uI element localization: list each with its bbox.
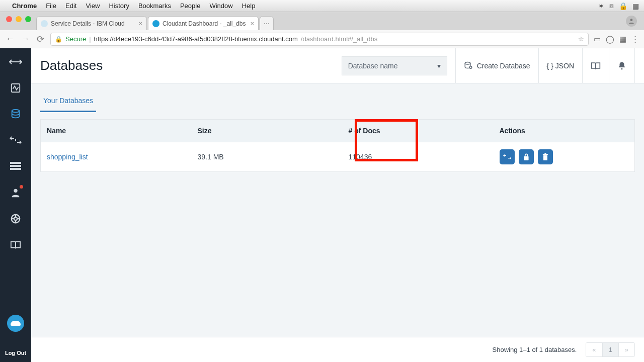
tab-title: Service Details - IBM Cloud <box>51 20 125 27</box>
notifications-button[interactable] <box>609 48 635 83</box>
window-close-button[interactable] <box>6 16 12 22</box>
pager-next[interactable]: » <box>618 343 634 356</box>
nav-expand-icon[interactable] <box>9 55 22 68</box>
extension-icon[interactable]: ▦ <box>619 35 626 44</box>
chrome-menu-icon[interactable]: ⋮ <box>631 35 639 44</box>
db-name-cell: shopping_list <box>41 142 192 172</box>
json-toggle-button[interactable]: { } JSON <box>538 48 582 83</box>
macos-menubar: Chrome File Edit View History Bookmarks … <box>0 0 644 12</box>
mac-menu-edit[interactable]: Edit <box>65 2 76 10</box>
svg-marker-4 <box>10 136 14 140</box>
db-docs-cell: 110436 <box>343 142 494 172</box>
bookmark-star-icon[interactable]: ☆ <box>578 35 584 43</box>
dropbox-tray-icon[interactable]: ⧈ <box>609 2 614 10</box>
browser-tab-ibm-cloud[interactable]: Service Details - IBM Cloud × <box>36 16 147 30</box>
mac-menu-view[interactable]: View <box>86 2 100 10</box>
db-size-cell: 39.1 MB <box>192 142 343 172</box>
svg-marker-5 <box>17 140 22 144</box>
nav-docs-icon[interactable] <box>9 238 22 251</box>
adblock-icon[interactable]: ◯ <box>606 35 614 44</box>
col-header-size[interactable]: Size <box>192 120 343 142</box>
nav-account-icon[interactable] <box>9 186 22 199</box>
browser-tab-cloudant[interactable]: Cloudant Dashboard - _all_dbs × <box>148 16 259 30</box>
permissions-button[interactable] <box>519 149 534 164</box>
window-minimize-button[interactable] <box>16 16 22 22</box>
notification-badge <box>20 185 23 189</box>
svg-rect-24 <box>524 156 528 160</box>
lock-icon: 🔒 <box>55 36 62 43</box>
mac-menu-app[interactable]: Chrome <box>12 2 37 10</box>
db-actions-cell <box>494 142 635 172</box>
separator: | <box>89 35 91 43</box>
mac-menu-file[interactable]: File <box>46 2 56 10</box>
nav-reload-button[interactable]: ⟳ <box>35 34 45 45</box>
tab-title: Cloudant Dashboard - _all_dbs <box>163 20 246 27</box>
page-title: Databases <box>40 58 103 73</box>
pagination: « 1 » <box>586 342 635 357</box>
db-name-link[interactable]: shopping_list <box>47 153 88 161</box>
url-host: https://d4ece193-c6dd-43d7-a986-af5d0382… <box>94 35 298 43</box>
window-controls <box>4 12 36 30</box>
col-header-name[interactable]: Name <box>41 120 192 142</box>
svg-rect-27 <box>544 153 546 154</box>
chrome-tab-strip: Service Details - IBM Cloud × Cloudant D… <box>0 12 644 30</box>
nav-replication-icon[interactable] <box>9 134 22 147</box>
docs-button[interactable] <box>582 48 609 83</box>
delete-button[interactable] <box>538 149 553 164</box>
url-path: /dashboard.html#/_all_dbs <box>301 35 378 43</box>
svg-rect-26 <box>542 154 547 155</box>
content-tabs: Your Databases <box>40 83 635 112</box>
extension-icons: ▭ ◯ ▦ ⋮ <box>594 35 639 44</box>
svg-rect-7 <box>10 162 21 164</box>
mac-menu-window[interactable]: Window <box>209 2 232 10</box>
nav-activity-icon[interactable] <box>9 81 22 95</box>
database-select-label: Database name <box>348 62 398 70</box>
svg-point-3 <box>12 110 20 113</box>
mac-menu-people[interactable]: People <box>180 2 200 10</box>
create-database-button[interactable]: Create Database <box>455 48 538 83</box>
favicon-icon <box>41 20 48 27</box>
pager-page[interactable]: 1 <box>602 343 618 356</box>
tab-close-icon[interactable]: × <box>138 20 142 27</box>
replicate-button[interactable] <box>500 149 515 164</box>
svg-point-17 <box>465 62 470 64</box>
footer-bar: Showing 1–1 of 1 databases. « 1 » <box>31 337 644 362</box>
nav-back-button[interactable]: ← <box>5 34 15 44</box>
mac-menu-bookmarks[interactable]: Bookmarks <box>138 2 171 10</box>
create-database-label: Create Database <box>477 62 530 70</box>
macos-tray: ✶ ⧈ 🔒 ▦ <box>598 2 639 10</box>
pager-prev[interactable]: « <box>586 343 602 356</box>
table-row: shopping_list 39.1 MB 110436 <box>41 142 635 172</box>
mac-menu-help[interactable]: Help <box>242 2 256 10</box>
database-select[interactable]: Database name ▾ <box>342 56 447 75</box>
nav-support-icon[interactable] <box>9 212 22 225</box>
logout-link[interactable]: Log Out <box>5 350 26 356</box>
window-zoom-button[interactable] <box>25 16 31 22</box>
secure-label: Secure <box>65 35 86 43</box>
chevron-down-icon: ▾ <box>437 62 441 70</box>
svg-rect-25 <box>543 155 547 160</box>
tab-your-databases[interactable]: Your Databases <box>40 93 96 112</box>
footer-status: Showing 1–1 of 1 databases. <box>493 346 577 353</box>
user-avatar[interactable] <box>7 315 24 332</box>
favicon-icon <box>152 20 159 27</box>
chrome-profile-icon[interactable] <box>626 16 637 27</box>
nav-databases-icon[interactable] <box>9 108 22 121</box>
address-bar[interactable]: 🔒 Secure | https://d4ece193-c6dd-43d7-a9… <box>50 33 589 46</box>
top-bar: Databases Database name ▾ Create Databas… <box>31 48 644 83</box>
col-header-docs-label: # of Docs <box>349 127 380 135</box>
cast-icon[interactable]: ▭ <box>594 35 601 44</box>
mac-menu-history[interactable]: History <box>109 2 129 10</box>
col-header-docs[interactable]: # of Docs <box>343 120 494 142</box>
lock-tray-icon[interactable]: 🔒 <box>619 2 627 10</box>
calendar-tray-icon[interactable]: ▦ <box>632 2 639 10</box>
new-tab-button[interactable]: ⋯ <box>260 16 274 30</box>
tab-close-icon[interactable]: × <box>250 20 254 27</box>
col-header-actions: Actions <box>494 120 635 142</box>
nav-warehouse-icon[interactable] <box>9 160 22 173</box>
evernote-tray-icon[interactable]: ✶ <box>598 2 604 10</box>
svg-point-12 <box>14 217 17 220</box>
svg-rect-9 <box>10 168 21 170</box>
nav-forward-button[interactable]: → <box>20 34 30 44</box>
main-panel: Databases Database name ▾ Create Databas… <box>31 48 644 362</box>
